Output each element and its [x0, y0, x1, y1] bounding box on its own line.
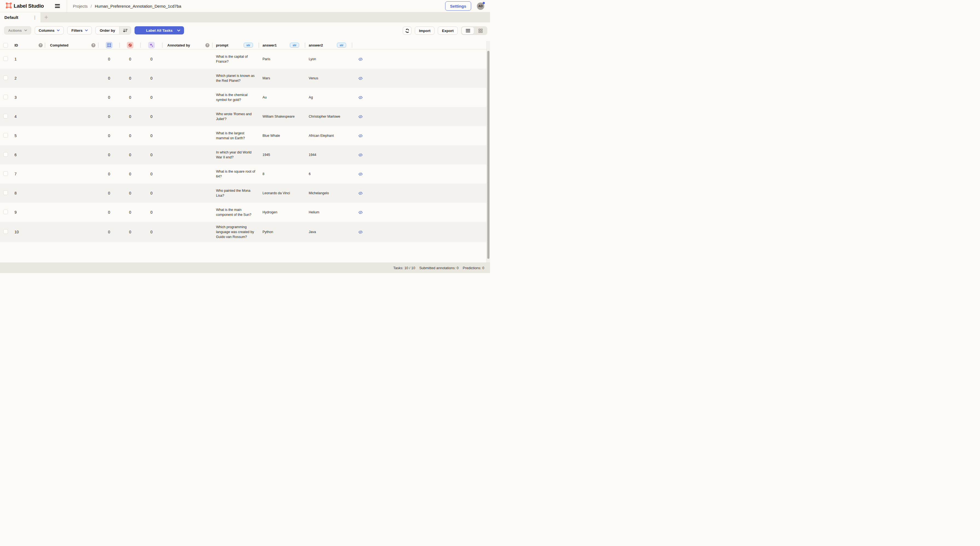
cell-annotations-count: 0: [99, 95, 120, 100]
tab-default[interactable]: Default ⋮: [0, 12, 40, 22]
table-row[interactable]: 1 0 0 0 What is the capital of France? P…: [0, 49, 490, 68]
columns-button[interactable]: Columns: [35, 26, 64, 35]
cell-cancelled-count: 0: [120, 57, 140, 61]
column-header-id[interactable]: ID ?: [12, 41, 45, 49]
list-view-button[interactable]: [462, 27, 474, 34]
column-header-prompt[interactable]: prompt str: [212, 41, 259, 49]
column-header-spacer: [369, 41, 490, 49]
cell-id: 9: [12, 210, 45, 215]
grid-view-button[interactable]: [474, 27, 487, 34]
row-checkbox[interactable]: [3, 190, 8, 195]
cell-predictions-count: 0: [140, 230, 162, 234]
help-icon[interactable]: ?: [91, 43, 95, 47]
toolbar: Actions Columns Filters Order by: [0, 22, 490, 41]
table-row[interactable]: 10 0 0 0 Which programming language was …: [0, 222, 490, 242]
order-by-button[interactable]: Order by: [96, 27, 119, 34]
cell-annotations-count: 0: [99, 172, 120, 176]
row-checkbox[interactable]: [3, 56, 8, 61]
task-source-code-icon[interactable]: [357, 171, 364, 177]
cell-prompt: What is the main component of the Sun?: [212, 205, 259, 220]
task-source-code-icon[interactable]: [357, 56, 364, 62]
cell-predictions-count: 0: [140, 153, 162, 157]
table-row[interactable]: 7 0 0 0 What is the square root of 64? 8…: [0, 164, 490, 183]
user-avatar[interactable]: AD: [477, 2, 484, 10]
row-checkbox[interactable]: [3, 133, 8, 138]
row-checkbox[interactable]: [3, 152, 8, 157]
cell-predictions-count: 0: [140, 191, 162, 195]
cell-predictions-count: 0: [140, 134, 162, 138]
table-row[interactable]: 9 0 0 0 What is the main component of th…: [0, 203, 490, 222]
cell-answer2: Venus: [305, 73, 352, 83]
status-predictions: Predictions: 0: [463, 266, 484, 270]
label-studio-logo-icon: [6, 2, 12, 10]
chevron-down-icon: [57, 30, 60, 31]
task-source-code-icon[interactable]: [357, 190, 364, 196]
table-row[interactable]: 6 0 0 0 In which year did World War II e…: [0, 145, 490, 164]
cell-cancelled-count: 0: [120, 134, 140, 138]
cell-predictions-count: 0: [140, 95, 162, 100]
help-icon[interactable]: ?: [205, 43, 210, 47]
chevron-down-icon: [85, 30, 88, 31]
help-icon[interactable]: ?: [38, 43, 43, 47]
task-source-code-icon[interactable]: [357, 229, 364, 235]
label-studio-logo[interactable]: Label Studio: [6, 2, 44, 10]
cell-answer1: Leonardo da Vinci: [259, 188, 305, 198]
row-checkbox[interactable]: [3, 75, 8, 80]
cell-answer1: 1945: [259, 150, 305, 160]
breadcrumb-projects-link[interactable]: Projects: [73, 4, 88, 8]
row-checkbox[interactable]: [3, 114, 8, 118]
table-row[interactable]: 8 0 0 0 Who painted the Mona Lisa? Leona…: [0, 183, 490, 203]
scrollbar-thumb[interactable]: [487, 51, 490, 259]
table-row[interactable]: 5 0 0 0 What is the largest mammal on Ea…: [0, 126, 490, 145]
row-checkbox[interactable]: [3, 229, 8, 234]
cell-answer1: Blue Whale: [259, 131, 305, 141]
column-header-predictions[interactable]: [140, 41, 162, 49]
notification-dot: [483, 2, 485, 4]
add-view-button[interactable]: +: [40, 12, 52, 22]
filters-button[interactable]: Filters: [67, 26, 92, 35]
task-source-code-icon[interactable]: [357, 210, 364, 215]
top-bar: Label Studio Projects / Human_Preference…: [0, 0, 490, 12]
label-all-tasks-button[interactable]: Label All Tasks: [135, 26, 184, 35]
cell-id: 8: [12, 191, 45, 195]
export-button[interactable]: Export: [438, 27, 458, 35]
refresh-button[interactable]: [403, 27, 412, 35]
table-header: ID ? Completed ?: [0, 41, 490, 49]
view-tab-bar: Default ⋮ +: [0, 12, 490, 22]
tab-kebab-menu-icon[interactable]: ⋮: [32, 15, 38, 20]
cell-id: 2: [12, 76, 45, 80]
column-header-annotations[interactable]: [99, 41, 120, 49]
hamburger-menu-icon[interactable]: [55, 4, 60, 8]
cell-cancelled-count: 0: [120, 76, 140, 80]
table-row[interactable]: 3 0 0 0 What is the chemical symbol for …: [0, 88, 490, 107]
column-header-source: [352, 41, 369, 49]
status-tasks: Tasks: 10 / 10: [393, 266, 415, 270]
task-source-code-icon[interactable]: [357, 95, 364, 100]
cell-predictions-count: 0: [140, 172, 162, 176]
task-source-code-icon[interactable]: [357, 133, 364, 139]
sort-direction-button[interactable]: [119, 27, 131, 34]
import-button[interactable]: Import: [415, 27, 434, 35]
task-source-code-icon[interactable]: [357, 114, 364, 119]
column-header-answer2[interactable]: answer2 str: [305, 41, 352, 49]
cell-prompt: Which programming language was created b…: [212, 222, 259, 242]
select-all-checkbox[interactable]: [3, 43, 8, 48]
cell-prompt: What is the largest mammal on Earth?: [212, 128, 259, 143]
vertical-scrollbar: [487, 41, 490, 263]
table-row[interactable]: 4 0 0 0 Who wrote 'Romeo and Juliet'? Wi…: [0, 107, 490, 126]
row-checkbox[interactable]: [3, 171, 8, 176]
column-header-annotated-by[interactable]: Annotated by ?: [162, 41, 212, 49]
settings-button[interactable]: Settings: [445, 2, 471, 11]
column-header-answer1[interactable]: answer1 str: [259, 41, 305, 49]
task-source-code-icon[interactable]: [357, 75, 364, 81]
column-header-completed[interactable]: Completed ?: [45, 41, 99, 49]
task-table: 1 0 0 0 What is the capital of France? P…: [0, 49, 490, 242]
order-by-control[interactable]: Order by: [95, 26, 131, 35]
actions-button[interactable]: Actions: [4, 26, 31, 35]
row-checkbox[interactable]: [3, 210, 8, 214]
row-checkbox[interactable]: [3, 95, 8, 99]
status-submitted-annotations: Submitted annotations: 0: [419, 266, 458, 270]
column-header-cancelled[interactable]: [120, 41, 140, 49]
task-source-code-icon[interactable]: [357, 152, 364, 158]
table-row[interactable]: 2 0 0 0 Which planet is known as the Red…: [0, 68, 490, 88]
